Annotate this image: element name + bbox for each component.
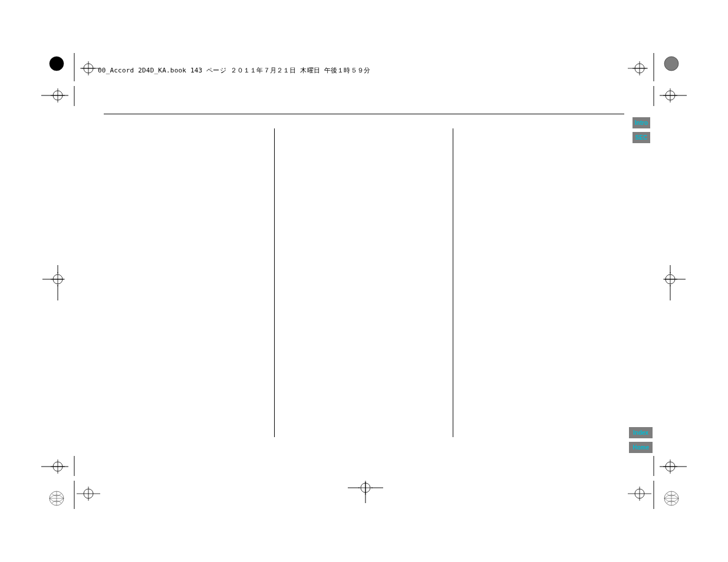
registration-mark-left-mid	[42, 265, 72, 300]
column-divider	[453, 128, 453, 437]
nav-intro-button[interactable]: Intro	[633, 117, 650, 128]
nav-sec-button[interactable]: SEC	[633, 132, 650, 143]
registration-mark-top-right	[628, 53, 687, 106]
nav-column-bottom: Index Home	[629, 427, 653, 453]
registration-mark-right-mid	[656, 265, 686, 300]
registration-mark-bottom-left	[41, 456, 100, 509]
column-divider	[274, 128, 275, 437]
nav-column-top: Intro SEC	[633, 117, 650, 143]
registration-mark-bottom-mid	[348, 474, 383, 503]
nav-index-button[interactable]: Index	[629, 427, 653, 438]
page-root: 00_Accord 2D4D_KA.book 143 ページ ２０１１年７月２１…	[0, 0, 728, 562]
content-top-border	[104, 114, 624, 114]
nav-home-button[interactable]: Home	[629, 442, 653, 453]
registration-mark-bottom-right	[628, 456, 687, 509]
header-metadata: 00_Accord 2D4D_KA.book 143 ページ ２０１１年７月２１…	[98, 66, 370, 75]
svg-point-14	[664, 57, 678, 71]
registration-mark-top-left	[41, 53, 100, 106]
